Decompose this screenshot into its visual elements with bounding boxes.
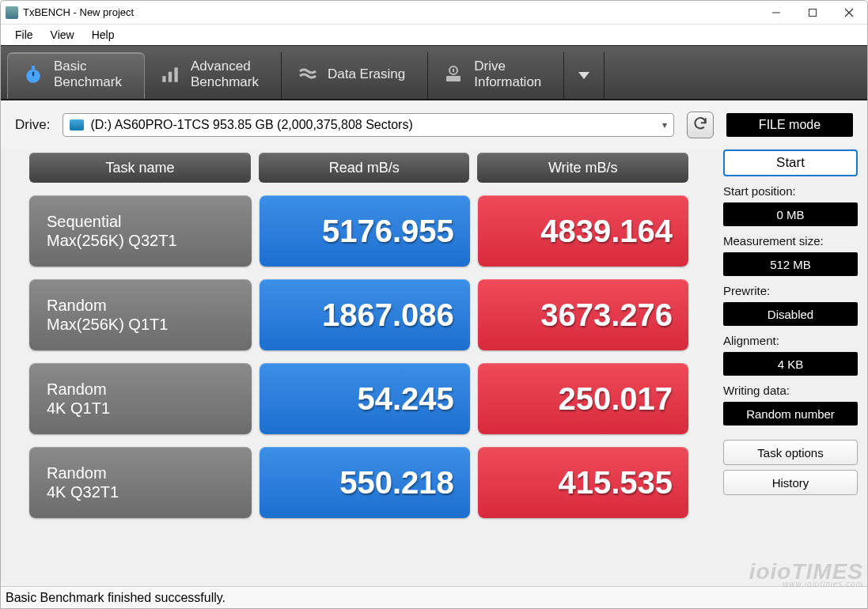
task-options-button[interactable]: Task options (723, 440, 858, 465)
writing-data-value[interactable]: Random number (723, 402, 858, 426)
svg-rect-8 (169, 71, 172, 81)
result-row: Random Max(256K) Q1T1 1867.086 3673.276 (29, 279, 688, 350)
bars-icon (159, 63, 181, 85)
maximize-button[interactable] (794, 1, 831, 25)
svg-rect-1 (809, 9, 817, 16)
write-value: 4839.164 (478, 195, 688, 267)
tab-basic-benchmark[interactable]: Basic Benchmark (7, 52, 145, 99)
svg-rect-5 (32, 66, 35, 69)
measurement-size-value[interactable]: 512 MB (723, 252, 858, 276)
menu-help[interactable]: Help (84, 27, 123, 43)
window-title: TxBENCH - New project (23, 6, 134, 18)
stopwatch-icon (22, 63, 44, 85)
menu-bar: File View Help (1, 25, 867, 45)
svg-rect-10 (446, 76, 461, 81)
menu-view[interactable]: View (43, 27, 82, 43)
refresh-icon (692, 115, 708, 134)
window-titlebar: TxBENCH - New project (1, 1, 867, 25)
chevron-down-icon: ▾ (662, 119, 667, 130)
result-row: Random 4K Q32T1 550.218 415.535 (29, 447, 688, 518)
results-header: Task name Read mB/s Write mB/s (29, 153, 688, 183)
header-read: Read mB/s (259, 153, 470, 183)
status-text: Basic Benchmark finished successfully. (6, 591, 226, 605)
main-body: Task name Read mB/s Write mB/s Sequentia… (1, 148, 867, 586)
menu-file[interactable]: File (7, 27, 41, 43)
erase-icon (296, 63, 318, 85)
task-name[interactable]: Sequential Max(256K) Q32T1 (29, 195, 252, 267)
close-button[interactable] (831, 1, 867, 25)
header-write: Write mB/s (477, 153, 688, 183)
drive-label: Drive: (15, 117, 50, 133)
refresh-button[interactable] (687, 112, 714, 138)
chevron-down-icon (578, 68, 589, 84)
header-task: Task name (29, 153, 251, 183)
task-name[interactable]: Random 4K Q1T1 (29, 363, 252, 434)
drive-info-icon (442, 63, 464, 85)
start-position-value[interactable]: 0 MB (723, 202, 858, 226)
start-position-label: Start position: (723, 184, 858, 198)
history-button[interactable]: History (723, 470, 858, 495)
tab-label: Drive Information (474, 59, 541, 89)
tab-label: Advanced Benchmark (191, 59, 259, 89)
tab-data-erasing[interactable]: Data Erasing (282, 52, 428, 99)
write-value: 3673.276 (478, 279, 688, 350)
tab-strip: Basic Benchmark Advanced Benchmark Data … (1, 45, 867, 100)
alignment-value[interactable]: 4 KB (723, 352, 858, 376)
svg-rect-9 (174, 67, 177, 81)
task-name[interactable]: Random Max(256K) Q1T1 (29, 279, 252, 350)
write-value: 415.535 (478, 447, 688, 518)
drive-row: Drive: (D:) AS60PRO-1TCS 953.85 GB (2,00… (1, 100, 867, 148)
minimize-button[interactable] (758, 1, 794, 25)
app-icon (6, 6, 18, 19)
side-column: Start Start position: 0 MB Measurement s… (723, 148, 858, 581)
tab-advanced-benchmark[interactable]: Advanced Benchmark (145, 52, 282, 99)
read-value: 54.245 (260, 363, 470, 434)
task-name[interactable]: Random 4K Q32T1 (29, 447, 252, 518)
alignment-label: Alignment: (723, 334, 858, 347)
results-table: Task name Read mB/s Write mB/s Sequentia… (10, 148, 707, 581)
tab-dropdown[interactable] (564, 52, 605, 99)
status-bar: Basic Benchmark finished successfully. (1, 586, 867, 608)
read-value: 1867.086 (260, 279, 470, 350)
result-row: Random 4K Q1T1 54.245 250.017 (29, 363, 688, 434)
disk-icon (70, 119, 84, 130)
svg-marker-13 (578, 72, 589, 79)
result-row: Sequential Max(256K) Q32T1 5176.955 4839… (29, 195, 688, 267)
drive-select[interactable]: (D:) AS60PRO-1TCS 953.85 GB (2,000,375,8… (63, 113, 674, 137)
prewrite-label: Prewrite: (723, 284, 858, 297)
tab-drive-information[interactable]: Drive Information (428, 52, 564, 99)
writing-data-label: Writing data: (723, 384, 858, 397)
write-value: 250.017 (478, 363, 688, 434)
tab-label: Basic Benchmark (54, 59, 122, 89)
measurement-size-label: Measurement size: (723, 234, 858, 248)
tab-label: Data Erasing (328, 66, 405, 82)
svg-rect-7 (162, 76, 165, 82)
file-mode-button[interactable]: FILE mode (726, 113, 853, 137)
drive-select-value: (D:) AS60PRO-1TCS 953.85 GB (2,000,375,8… (90, 118, 412, 132)
start-button[interactable]: Start (723, 149, 858, 176)
read-value: 5176.955 (260, 195, 470, 267)
prewrite-value[interactable]: Disabled (723, 302, 858, 326)
svg-point-4 (26, 70, 40, 83)
read-value: 550.218 (260, 447, 470, 518)
